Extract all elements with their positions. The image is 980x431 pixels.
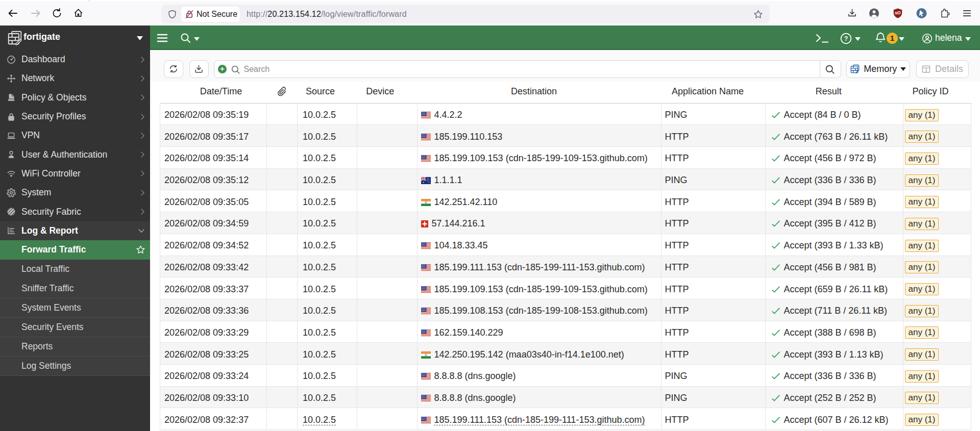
svg-text:?: ? <box>844 35 848 42</box>
svg-text:uO: uO <box>895 11 901 15</box>
